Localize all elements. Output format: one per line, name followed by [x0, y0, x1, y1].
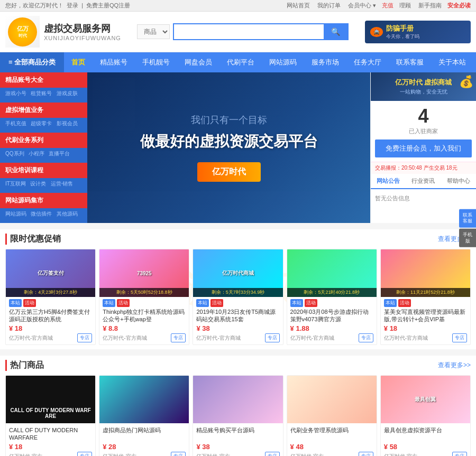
product-image	[287, 376, 377, 423]
login-link[interactable]: 登录	[67, 2, 78, 8]
shop-link-button[interactable]: 专店	[359, 333, 373, 342]
product-tag-row: 本站活动	[103, 299, 186, 307]
nav-security[interactable]: 安全必读	[447, 2, 471, 10]
hot-section: 热门商品 查看更多>> CALL OF DUTY MODERN WARFAREC…	[0, 356, 476, 456]
tab-announcement[interactable]: 网站公告	[371, 174, 406, 189]
nav-link-netdisk[interactable]: 网盘会员	[177, 52, 219, 72]
sidebar-section-code: 网站源码集市 网站源码 微信插件 其他源码	[0, 193, 87, 223]
hero-slider: 我们只有一个目标 做最好的虚拟资源交易平台 亿万时代	[87, 72, 370, 223]
product-price: ¥ 18	[384, 324, 467, 332]
nav-member[interactable]: 会员中心 ▾	[348, 2, 376, 10]
logo-image: 亿万时代	[5, 16, 40, 48]
tab-industry[interactable]: 行业资讯	[406, 174, 441, 189]
logo-circle: 亿万时代	[8, 17, 37, 46]
product-card[interactable]: 虚拟商品热门网站源码¥ 28亿万时代-官方专店	[99, 375, 189, 456]
shop-name: 亿万时代-官方商城	[196, 334, 240, 342]
shop-link-button[interactable]: 专店	[77, 333, 92, 342]
product-name: 虚拟商品热门网站源码	[103, 426, 186, 441]
product-card[interactable]: 剩余：5天21时40分21.8秒本站活动2020年03月08号步游虚拟行动策野v…	[287, 249, 377, 345]
register-link[interactable]: 免费主册QQ注册	[86, 2, 130, 8]
shop-name: 亿万时代-官方商城	[9, 334, 53, 342]
security-banner[interactable]: 🚔 防骗手册 今天你，看了吗	[365, 21, 471, 43]
logo-main-text: 虚拟交易服务网	[44, 22, 121, 35]
sidebar-items-brush: QQ系列 小程序 直播平台	[0, 148, 87, 163]
shop-link-button[interactable]: 专店	[452, 333, 467, 342]
product-price: ¥ 38	[196, 324, 279, 332]
product-timer: 剩余：11天21时52分21.8秒	[381, 288, 470, 297]
shop-link-button[interactable]: 专店	[265, 333, 280, 342]
product-card[interactable]: 亿万时代商城剩余：5天7时33分34.9秒本站活动2019年10月23日友传T5…	[193, 249, 283, 345]
float-mobile-version[interactable]: 手机版	[459, 229, 476, 247]
nav-link-source[interactable]: 网站源码	[262, 52, 304, 72]
shop-link-button[interactable]: 专店	[265, 452, 280, 456]
product-card[interactable]: 代刷业务管理系统源码¥ 48亿万时代-官方专店	[287, 375, 377, 456]
hot-more-link[interactable]: 查看更多>>	[438, 361, 471, 370]
product-card[interactable]: 73925剩余：5天50时52分18.8秒本站活动Thinkphp独立打卡精系统…	[99, 249, 189, 345]
shop-name: 亿万时代-官方	[103, 453, 136, 457]
nav-category-button[interactable]: ≡ 全部商品分类	[0, 52, 64, 72]
product-image: CALL OF DUTY MODERN WARFARE	[6, 376, 95, 423]
sidebar: 精品账号大全 游戏小号 租赁账号 游戏皮肤 虚拟增值业务 手机充值 超级零卡 影…	[0, 72, 87, 223]
shop-link-button[interactable]: 专店	[359, 452, 373, 456]
product-info: 本站活动亿万云第三方H5脚&付费签支付源码正版授权的系统¥ 18亿万时代-官方商…	[6, 297, 95, 345]
product-tag-row: 本站活动	[9, 299, 92, 307]
nav-recharge[interactable]: 充值	[382, 2, 393, 10]
nav-link-brush[interactable]: 代刷平台	[219, 52, 262, 72]
product-info: 代刷业务管理系统源码¥ 48亿万时代-官方专店	[287, 423, 377, 456]
product-card[interactable]: 最具创翼最具创意虚拟资源平台¥ 58亿万时代-官方专店	[380, 375, 471, 456]
hero-brand-button[interactable]: 亿万时代	[197, 162, 261, 182]
security-sub: 今天你，看了吗	[386, 33, 419, 40]
sidebar-title-code[interactable]: 网站源码集市	[0, 193, 87, 208]
sidebar-section-training: 职业培训课程 IT互联网 设计类 运营·销售	[0, 163, 87, 193]
nav-link-service[interactable]: 服务市场	[304, 52, 346, 72]
sidebar-title-accounts[interactable]: 精品账号大全	[0, 72, 87, 88]
nav-link-phone[interactable]: 手机靓号	[135, 52, 177, 72]
product-image: 亿万签支付剩余：4天23时3分27.8秒	[6, 249, 95, 297]
product-info: 精品账号购买平台源码¥ 38亿万时代-官方专店	[193, 423, 282, 456]
product-image: 亿万时代商城剩余：5天7时33分34.9秒	[193, 249, 282, 297]
nav-orders[interactable]: 我的订单	[317, 2, 341, 10]
tab-help[interactable]: 帮助中心	[441, 174, 476, 189]
nav-link-tasks[interactable]: 任务大厅	[346, 52, 389, 72]
nav-link-home[interactable]: 首页	[64, 52, 93, 72]
product-timer: 剩余：4天23时3分27.8秒	[6, 288, 95, 297]
product-card[interactable]: 剩余：11天21时52分21.8秒本站活动某美女写直视频管理资源码最新版,带云转…	[380, 249, 471, 345]
product-card[interactable]: CALL OF DUTY MODERN WARFARECALL OF DUTY …	[5, 375, 96, 456]
shop-link-button[interactable]: 专店	[171, 452, 186, 456]
shop-name: 亿万时代-官方	[9, 453, 42, 457]
product-price: ¥ 28	[103, 443, 186, 451]
product-shop: 亿万时代-官方商城专店	[9, 333, 92, 342]
nav-guide[interactable]: 理顾	[399, 2, 411, 10]
product-card[interactable]: 亿万签支付剩余：4天23时3分27.8秒本站活动亿万云第三方H5脚&付费签支付源…	[5, 249, 96, 345]
nav-home-top[interactable]: 网站首页	[287, 2, 310, 10]
product-tag-hot: 活动	[117, 299, 130, 307]
register-button[interactable]: 免费注册会员，加入我们	[375, 139, 472, 157]
shop-link-button[interactable]: 专店	[77, 452, 92, 456]
product-price: ¥ 58	[384, 443, 467, 451]
product-shop: 亿万时代-官方专店	[9, 452, 92, 456]
product-info: 本站活动2019年10月23日友传T5商城源码站交易系统15套¥ 38亿万时代-…	[193, 297, 282, 345]
product-timer: 剩余：5天50时52分18.8秒	[99, 288, 189, 297]
tabs-row: 网站公告 行业资讯 帮助中心	[371, 174, 476, 189]
shop-name: 亿万时代-官方	[290, 453, 324, 457]
sidebar-title-training[interactable]: 职业培训课程	[0, 163, 87, 178]
shop-link-button[interactable]: 专店	[171, 333, 186, 342]
float-customer-service[interactable]: 联系客服	[459, 209, 476, 227]
search-button[interactable]: 🔍	[324, 24, 347, 39]
nav-link-accounts[interactable]: 精品账号	[93, 52, 135, 72]
promo-section-header: 限时优惠促销 查看更多>>	[5, 234, 471, 245]
nav-link-support[interactable]: 联系客服	[389, 52, 431, 72]
sidebar-title-virtual[interactable]: 虚拟增值业务	[0, 103, 87, 118]
search-input[interactable]	[174, 24, 324, 39]
product-card[interactable]: 精品账号购买平台源码¥ 38亿万时代-官方专店	[193, 375, 283, 456]
search-category-select[interactable]: 商品	[137, 24, 170, 39]
shop-name: 亿万时代-官方商城	[103, 334, 147, 342]
shop-link-button[interactable]: 专店	[452, 452, 467, 456]
section-divider-1	[0, 223, 476, 226]
product-shop: 亿万时代-官方商城专店	[103, 333, 186, 342]
sidebar-title-brush[interactable]: 代刷业务系列	[0, 133, 87, 148]
nav-link-about[interactable]: 关于本站	[431, 52, 473, 72]
sidebar-items-virtual: 手机充值 超级零卡 影视会员	[0, 118, 87, 133]
sidebar-subtitle-virtual: 手机充值 超级零卡 影视会员	[0, 119, 87, 129]
nav-newbie[interactable]: 新手指南	[418, 2, 442, 10]
